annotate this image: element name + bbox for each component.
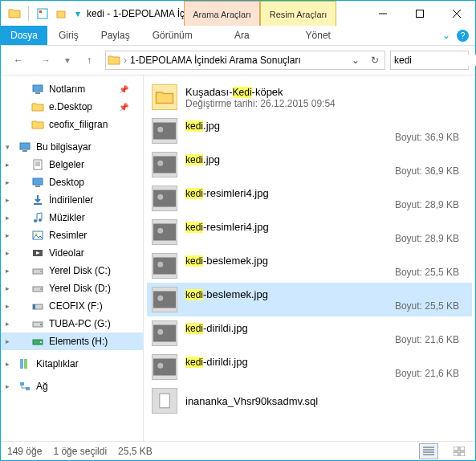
svg-point-11 (34, 219, 37, 222)
tree-item[interactable]: ▸Yerel Disk (C:) (1, 262, 143, 279)
context-tab-search[interactable]: Arama Araçları (184, 1, 260, 26)
desktop-icon (31, 176, 44, 189)
window-title: kedi - 1-DEPOLAMA İçin... (83, 1, 184, 26)
address-dropdown-icon[interactable]: ⌄ (348, 52, 364, 68)
ribbon-tab-share[interactable]: Paylaş (90, 26, 141, 45)
view-thumbnails-button[interactable] (450, 443, 469, 459)
search-result[interactable]: kedi-beslemek.jpgBoyut: 25,5 KB (147, 249, 472, 283)
tree-item[interactable]: ▸CEOFIX (F:) (1, 297, 143, 315)
svg-point-41 (157, 296, 163, 301)
ribbon-tab-home[interactable]: Giriş (47, 26, 90, 45)
thumbnail (152, 186, 177, 211)
chevron-right-icon[interactable]: ▸ (6, 214, 10, 222)
tree-item[interactable]: ▸Videolar (1, 244, 143, 262)
close-button[interactable] (438, 1, 475, 26)
svg-rect-7 (22, 150, 27, 152)
thumbnail (152, 219, 177, 245)
search-result[interactable]: kedi-resimleri4.jpgBoyut: 28,9 KB (147, 215, 472, 249)
thumbnail (152, 320, 177, 346)
status-selected-size: 25,5 KB (118, 446, 153, 457)
chevron-right-icon[interactable]: ▸ (6, 161, 10, 169)
thumbnail (152, 287, 177, 312)
qat-dropdown[interactable]: ▾ (72, 5, 83, 22)
chevron-right-icon[interactable]: ▸ (6, 337, 10, 345)
svg-rect-42 (153, 325, 176, 342)
search-input[interactable] (394, 55, 476, 66)
search-box[interactable]: ✕ (390, 51, 469, 70)
tree-libraries[interactable]: ▸ Kitaplıklar (1, 355, 143, 373)
result-size: Boyut: 28,9 KB (395, 233, 459, 244)
search-result[interactable]: kedi-dirildi.jpgBoyut: 21,6 KB (147, 316, 472, 350)
result-size: Boyut: 36,9 KB (395, 165, 459, 177)
ribbon-tab-search[interactable]: Ara (204, 26, 280, 45)
folder-icon (31, 100, 44, 113)
network-icon (18, 380, 31, 393)
tree-item[interactable]: ▸Müzikler (1, 209, 143, 226)
chevron-right-icon[interactable]: ▸ (6, 284, 10, 292)
chevron-down-icon[interactable]: ▾ (6, 143, 10, 151)
tree-item[interactable]: ▸Desktop (1, 173, 143, 191)
svg-point-33 (157, 161, 163, 166)
svg-rect-0 (38, 9, 47, 18)
address-bar[interactable]: › 1-DEPOLAMA İçindeki Arama Sonuçları ⌄ … (105, 51, 385, 70)
chevron-right-icon[interactable]: ▸ (6, 382, 10, 390)
navigation-pane[interactable]: Notlarım📌e.Desktop📌ceofix_filigran ▾ Bu … (1, 75, 144, 441)
qat-newfolder[interactable] (53, 5, 71, 22)
tree-item[interactable]: ▸Belgeler (1, 156, 143, 173)
results-pane[interactable]: Kuşadası-Kedi-köpekDeğiştirme tarihi: 26… (144, 75, 475, 441)
search-result[interactable]: Kuşadası-Kedi-köpekDeğiştirme tarihi: 26… (147, 80, 472, 114)
search-result[interactable]: kedi-resimleri4.jpgBoyut: 28,9 KB (147, 182, 472, 215)
tree-label: Yerel Disk (D:) (49, 283, 111, 294)
svg-rect-34 (153, 190, 176, 207)
chevron-right-icon[interactable]: ▸ (6, 178, 10, 186)
svg-rect-1 (39, 10, 42, 13)
svg-rect-40 (153, 292, 176, 308)
nav-forward-button[interactable]: → (35, 49, 57, 71)
address-bar-row: ← → ▾ ↑ › 1-DEPOLAMA İçindeki Arama Sonu… (1, 46, 475, 75)
ribbon-tab-manage[interactable]: Yönet (280, 26, 356, 45)
ribbon-tab-view[interactable]: Görünüm (141, 26, 204, 45)
nav-up-button[interactable]: ↑ (78, 49, 100, 71)
tree-network[interactable]: ▸ Ağ (1, 377, 143, 395)
ext-icon (31, 335, 44, 348)
ribbon-file[interactable]: Dosya (1, 26, 47, 45)
tree-label: Resimler (49, 230, 87, 241)
nav-back-button[interactable]: ← (7, 49, 30, 71)
tree-this-pc[interactable]: ▾ Bu bilgisayar (1, 138, 143, 156)
tree-item[interactable]: Notlarım📌 (1, 80, 143, 98)
search-result[interactable]: kedi-dirildi.jpgBoyut: 21,6 KB (147, 350, 472, 384)
search-result[interactable]: inananka_Vhsr90ksadmv.sql (147, 384, 472, 418)
result-name: Kuşadası-Kedi-köpek (185, 86, 467, 98)
minimize-button[interactable] (364, 1, 401, 26)
nav-history-dropdown[interactable]: ▾ (62, 49, 73, 71)
help-icon[interactable]: ? (457, 30, 469, 42)
chevron-right-icon[interactable]: ▸ (6, 320, 10, 328)
thumbnail (152, 253, 177, 279)
chevron-right-icon[interactable]: ▸ (6, 231, 10, 239)
search-result[interactable]: kedi.jpgBoyut: 36,9 KB (147, 114, 472, 148)
chevron-right-icon[interactable]: ▸ (6, 196, 10, 204)
chevron-right-icon[interactable]: ▸ (6, 302, 10, 310)
chevron-right-icon[interactable]: ▸ (6, 267, 10, 275)
tree-item[interactable]: ▸İndirilenler (1, 191, 143, 209)
vid-icon (31, 247, 44, 259)
maximize-button[interactable] (401, 1, 438, 26)
chevron-right-icon[interactable]: ▸ (6, 249, 10, 257)
ribbon-tabs: Dosya Giriş Paylaş Görünüm Ara Yönet ⌄ ? (1, 26, 475, 46)
tree-item[interactable]: ceofix_filigran (1, 116, 143, 133)
tree-item[interactable]: e.Desktop📌 (1, 98, 143, 116)
tree-item[interactable]: ▸Resimler (1, 226, 143, 244)
search-result[interactable]: kedi.jpgBoyut: 36,9 KB (147, 148, 472, 182)
view-details-button[interactable] (419, 443, 438, 459)
ribbon-expand-icon[interactable]: ⌄ (442, 30, 450, 41)
context-tab-picture[interactable]: Resim Araçları (260, 1, 336, 26)
thumbnail (152, 118, 177, 144)
search-result[interactable]: kedi-beslemek.jpgBoyut: 25,5 KB (147, 283, 472, 316)
chevron-right-icon[interactable]: ▸ (6, 360, 10, 368)
tree-item[interactable]: ▸TUBA-PC (G:) (1, 315, 143, 332)
tree-item[interactable]: ▸Yerel Disk (D:) (1, 279, 143, 297)
qat-properties[interactable] (34, 5, 51, 22)
refresh-button[interactable]: ↻ (367, 52, 383, 68)
svg-rect-9 (33, 178, 43, 185)
tree-item[interactable]: ▸Elements (H:) (1, 332, 143, 350)
